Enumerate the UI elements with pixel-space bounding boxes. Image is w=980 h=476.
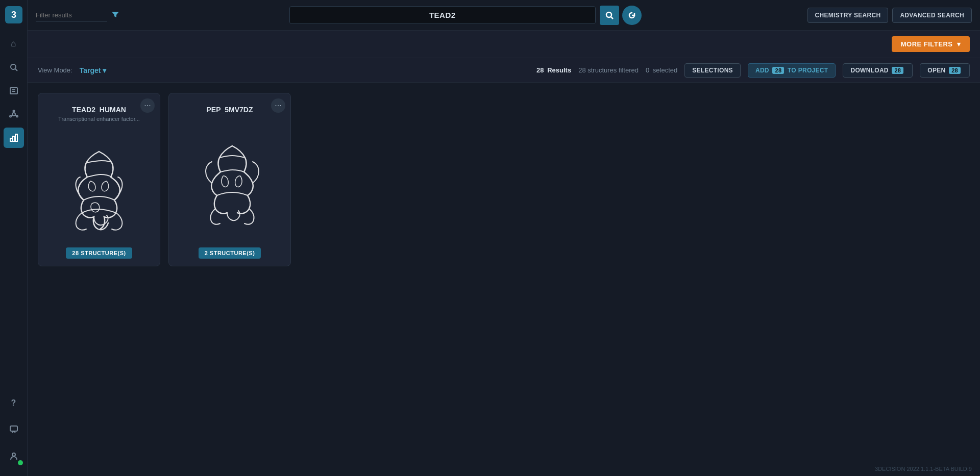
svg-text:3: 3 <box>11 10 16 20</box>
header: CHEMISTRY SEARCH ADVANCED SEARCH <box>28 0 980 31</box>
chevron-down-icon: ▾ <box>957 40 961 48</box>
svg-rect-14 <box>10 138 12 141</box>
svg-rect-16 <box>15 134 17 141</box>
advanced-search-button[interactable]: ADVANCED SEARCH <box>892 8 972 23</box>
download-count-badge: 28 <box>892 67 903 74</box>
card-subtitle-1: Transcriptional enhancer factor... <box>52 116 146 122</box>
card-title-1: TEAD2_HUMAN <box>72 106 126 114</box>
filter-results-wrap <box>36 9 128 21</box>
card-image-1 <box>38 122 160 247</box>
app-logo[interactable]: 3 <box>5 6 22 25</box>
svg-point-7 <box>12 113 15 116</box>
reload-button[interactable] <box>622 6 642 25</box>
header-right: CHEMISTRY SEARCH ADVANCED SEARCH <box>807 8 972 23</box>
user-online-indicator <box>18 460 23 465</box>
search-bar-wrap <box>134 6 797 25</box>
sidebar: 3 ⌂ ? <box>0 0 28 476</box>
subheader: MORE FILTERS ▾ <box>28 31 980 58</box>
view-mode-label: View Mode: <box>38 66 72 74</box>
svg-line-13 <box>11 115 12 116</box>
add-count-badge: 28 <box>772 67 784 74</box>
download-button[interactable]: DOWNLOAD 28 <box>843 63 913 78</box>
svg-point-10 <box>10 116 11 117</box>
add-to-project-button[interactable]: ADD 28 TO PROJECT <box>748 63 836 78</box>
filter-icon[interactable] <box>111 10 119 20</box>
card-title-2: PEP_5MV7DZ <box>206 106 253 114</box>
sidebar-item-search[interactable] <box>4 57 24 78</box>
chemistry-search-button[interactable]: CHEMISTRY SEARCH <box>807 8 889 23</box>
toolbar: View Mode: Target ▾ 28 Results 28 struct… <box>28 58 980 83</box>
target-card-pep-5mv7dz[interactable]: ··· PEP_5MV7DZ 2 STRUCTURE(S <box>168 93 291 266</box>
protein-sketch-1 <box>56 136 142 233</box>
selected-count: 0 selected <box>646 66 677 74</box>
main-content: ··· TEAD2_HUMAN Transcriptional enhancer… <box>28 83 980 476</box>
svg-rect-15 <box>13 136 15 141</box>
card-badge-2: 2 STRUCTURE(S) <box>199 247 261 259</box>
open-button[interactable]: OPEN 28 <box>920 63 970 78</box>
view-mode-dropdown[interactable]: Target ▾ <box>80 66 107 74</box>
card-menu-button-2[interactable]: ··· <box>271 98 285 113</box>
card-image-2 <box>169 116 290 247</box>
chevron-down-icon: ▾ <box>103 66 106 74</box>
svg-point-2 <box>11 64 16 69</box>
selections-button[interactable]: SELECTIONS <box>684 63 741 78</box>
results-count: 28 Results <box>536 66 571 74</box>
svg-point-9 <box>16 116 18 117</box>
sidebar-item-structures[interactable] <box>4 104 24 124</box>
svg-point-8 <box>13 110 14 112</box>
sidebar-item-help[interactable]: ? <box>4 393 24 413</box>
svg-line-12 <box>15 115 16 116</box>
svg-point-20 <box>12 453 15 456</box>
sidebar-item-analytics[interactable] <box>4 128 24 148</box>
sidebar-item-user[interactable] <box>4 446 24 466</box>
protein-sketch-2 <box>186 133 273 230</box>
open-count-badge: 28 <box>949 67 961 74</box>
svg-rect-17 <box>10 426 17 431</box>
sidebar-item-files[interactable] <box>4 81 24 101</box>
results-info: 28 Results 28 structures filtered 0 sele… <box>536 66 677 74</box>
version-text: 3DECISION 2022.1.1.1-BETA BUILD:9 <box>875 466 972 472</box>
sidebar-item-home[interactable]: ⌂ <box>4 34 24 54</box>
svg-line-22 <box>611 17 613 19</box>
svg-line-3 <box>15 69 17 71</box>
search-input[interactable] <box>289 6 596 24</box>
structures-filtered: 28 structures filtered <box>578 66 639 74</box>
target-card-tead2-human[interactable]: ··· TEAD2_HUMAN Transcriptional enhancer… <box>38 93 160 266</box>
card-menu-button-1[interactable]: ··· <box>140 98 155 113</box>
filter-results-input[interactable] <box>36 9 107 21</box>
svg-point-21 <box>606 12 611 17</box>
card-badge-1: 28 STRUCTURE(S) <box>66 247 132 259</box>
sidebar-item-feedback[interactable] <box>4 419 24 440</box>
search-button[interactable] <box>600 6 619 25</box>
more-filters-button[interactable]: MORE FILTERS ▾ <box>892 36 970 52</box>
